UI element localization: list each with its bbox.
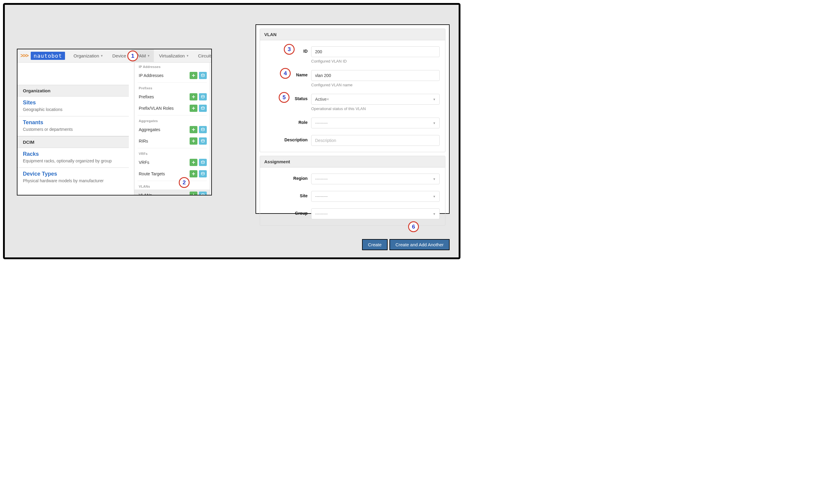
item-device-types[interactable]: Device Types Physical hardware models by… xyxy=(17,168,129,187)
dd-item-vlans[interactable]: VLANs xyxy=(134,190,210,196)
nav-circuits[interactable]: Circuits xyxy=(194,49,212,62)
dd-item-label: IP Addresses xyxy=(139,73,164,78)
import-icon[interactable] xyxy=(199,170,207,177)
create-and-add-another-button[interactable]: Create and Add Another xyxy=(390,239,449,250)
add-icon[interactable] xyxy=(190,159,197,166)
dd-section-ip-addresses: IP Addresses xyxy=(134,62,210,70)
dd-item-ip-addresses[interactable]: IP Addresses xyxy=(134,70,210,81)
select-group[interactable]: --------- ▼ xyxy=(311,209,440,219)
import-icon[interactable] xyxy=(199,93,207,101)
callout-badge-5: 5 xyxy=(279,92,290,103)
caret-down-icon: ▼ xyxy=(433,195,436,198)
add-icon[interactable] xyxy=(190,105,197,112)
brand-chevrons-icon: >>> xyxy=(20,52,28,59)
item-title: Sites xyxy=(23,100,123,106)
import-icon[interactable] xyxy=(199,159,207,166)
label-region: Region xyxy=(266,173,308,181)
item-subtitle: Physical hardware models by manufacturer xyxy=(23,178,123,183)
dd-item-label: VRFs xyxy=(139,160,149,165)
svg-point-1 xyxy=(201,95,204,97)
item-title: Device Types xyxy=(23,171,123,177)
select-region[interactable]: --------- ▼ xyxy=(311,173,440,184)
dd-item-prefixes[interactable]: Prefixes xyxy=(134,91,210,103)
dd-item-rirs[interactable]: RIRs xyxy=(134,135,210,147)
import-vlan-icon[interactable] xyxy=(199,192,207,196)
dd-item-label: Prefixes xyxy=(139,95,154,99)
caret-down-icon: ▼ xyxy=(433,98,436,101)
item-subtitle: Equipment racks, optionally organized by… xyxy=(23,158,123,163)
item-tenants[interactable]: Tenants Customers or departments xyxy=(17,116,129,136)
nav-devices[interactable]: Device xyxy=(109,49,130,62)
item-sites[interactable]: Sites Geographic locations xyxy=(17,97,129,116)
caret-down-icon: ▼ xyxy=(186,54,189,57)
item-racks[interactable]: Racks Equipment racks, optionally organi… xyxy=(17,148,129,168)
callout-badge-3: 3 xyxy=(284,44,295,55)
item-title: Racks xyxy=(23,151,123,157)
nav-label: Organization xyxy=(74,53,99,58)
svg-point-2 xyxy=(201,107,204,108)
dd-item-label: Route Targets xyxy=(139,171,165,176)
add-icon[interactable] xyxy=(190,170,197,177)
select-role[interactable]: --------- ▼ xyxy=(311,118,440,128)
callout-badge-1: 1 xyxy=(127,50,138,61)
select-role-value: --------- xyxy=(315,121,328,125)
input-vlan-name[interactable] xyxy=(311,70,440,81)
import-icon[interactable] xyxy=(199,137,207,145)
item-subtitle: Customers or departments xyxy=(23,127,123,132)
tutorial-frame: >>> nautobot Organization ▼ Device IPAM … xyxy=(3,3,460,259)
dd-item-label: VLANs xyxy=(139,193,152,196)
select-site-value: --------- xyxy=(315,194,328,199)
row-role: Role --------- ▼ xyxy=(266,118,440,128)
section-dcim-header: DCIM xyxy=(17,136,129,148)
label-group: Group xyxy=(266,209,308,216)
import-icon[interactable] xyxy=(199,126,207,133)
row-status: Status Active × ▼ Operational status of … xyxy=(266,94,440,111)
create-button[interactable]: Create xyxy=(362,239,388,250)
dd-item-label: Prefix/VLAN Roles xyxy=(139,106,174,111)
caret-down-icon: ▼ xyxy=(433,212,436,216)
select-status-value: Active xyxy=(315,97,326,102)
nav-organization[interactable]: Organization ▼ xyxy=(70,49,107,62)
label-role: Role xyxy=(266,118,308,125)
assignment-section-header: Assignment xyxy=(260,156,445,167)
add-icon[interactable] xyxy=(190,126,197,133)
nav-label: Device xyxy=(112,53,126,58)
homepage-sections: Organization Sites Geographic locations … xyxy=(17,85,129,187)
dd-item-prefix-vlan-roles[interactable]: Prefix/VLAN Roles xyxy=(134,103,210,114)
row-description: Description xyxy=(266,135,440,146)
caret-down-icon: ▼ xyxy=(433,122,436,125)
nav-virtualization[interactable]: Virtualization ▼ xyxy=(156,49,193,62)
add-vlan-icon[interactable] xyxy=(190,192,197,196)
item-title: Tenants xyxy=(23,119,123,126)
help-status: Operational status of this VLAN xyxy=(311,107,440,111)
nav-label: Circuits xyxy=(198,53,212,58)
row-name: Name Configured VLAN name xyxy=(266,70,440,87)
input-description[interactable] xyxy=(311,135,440,146)
nav-screenshot-panel: >>> nautobot Organization ▼ Device IPAM … xyxy=(17,49,212,196)
dd-section-vlans: VLANs xyxy=(134,182,210,190)
assignment-section: Assignment Region --------- ▼ Site xyxy=(260,156,445,226)
dd-item-route-targets[interactable]: Route Targets xyxy=(134,168,210,179)
add-icon[interactable] xyxy=(190,93,197,101)
row-region: Region --------- ▼ xyxy=(266,173,440,184)
add-icon[interactable] xyxy=(190,137,197,145)
callout-badge-2: 2 xyxy=(179,177,190,188)
clear-icon[interactable]: × xyxy=(326,97,329,102)
dd-item-aggregates[interactable]: Aggregates xyxy=(134,124,210,135)
svg-point-6 xyxy=(201,172,204,173)
callout-badge-4: 4 xyxy=(280,68,291,79)
dd-item-vrfs[interactable]: VRFs xyxy=(134,157,210,168)
select-site[interactable]: --------- ▼ xyxy=(311,191,440,202)
help-name: Configured VLAN name xyxy=(311,83,440,87)
select-status[interactable]: Active × ▼ xyxy=(311,94,440,105)
input-vlan-id[interactable] xyxy=(311,46,440,57)
svg-point-4 xyxy=(201,139,204,141)
svg-point-7 xyxy=(201,194,204,195)
callout-badge-6: 6 xyxy=(408,221,419,232)
import-icon[interactable] xyxy=(199,72,207,79)
vlan-section-header: VLAN xyxy=(260,29,445,40)
brand-logo[interactable]: nautobot xyxy=(31,52,65,60)
select-region-value: --------- xyxy=(315,176,328,181)
add-icon[interactable] xyxy=(190,72,197,79)
import-icon[interactable] xyxy=(199,105,207,112)
